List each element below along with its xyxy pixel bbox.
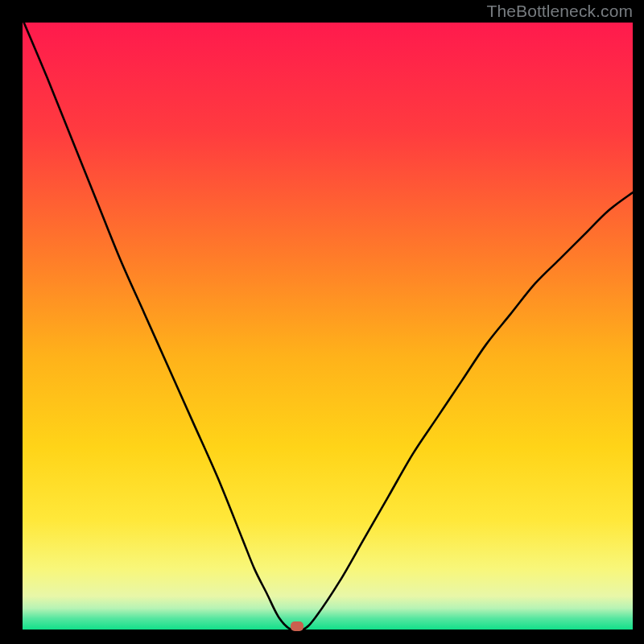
bottleneck-curve <box>23 23 633 630</box>
chart-frame: TheBottleneck.com <box>0 0 644 644</box>
attribution-text: TheBottleneck.com <box>487 2 633 21</box>
optimal-point-marker <box>291 621 303 631</box>
plot-area <box>23 23 633 630</box>
